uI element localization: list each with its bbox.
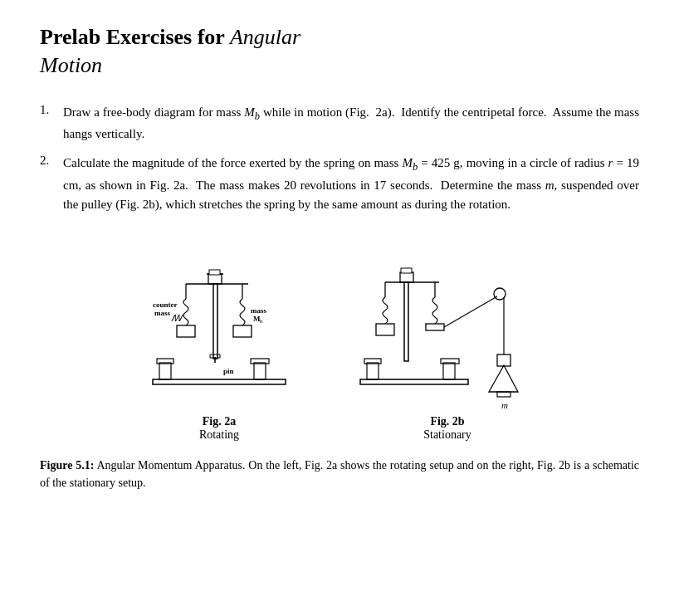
svg-marker-39: [489, 365, 518, 392]
exercises: 1. Draw a free-body diagram for mass Mb …: [40, 103, 639, 215]
svg-rect-23: [360, 379, 468, 384]
title-plain: Prelab Exercises for: [40, 25, 230, 49]
fig-2a-svg: ꟿ counter mass mass M b pin: [136, 234, 302, 408]
figure-caption: Figure 5.1: Angular Momentum Apparatus. …: [40, 457, 639, 491]
svg-rect-25: [443, 363, 455, 379]
title-line1: Prelab Exercises for Angular: [40, 23, 639, 51]
svg-rect-24: [367, 363, 379, 379]
fig-2b-label: Fig. 2b: [430, 415, 464, 428]
fig-2b-sublabel: Stationary: [423, 428, 471, 442]
svg-rect-30: [400, 272, 413, 282]
svg-text:mass: mass: [251, 306, 266, 315]
svg-rect-31: [401, 268, 412, 273]
svg-text:counter: counter: [153, 301, 178, 309]
svg-rect-28: [404, 282, 408, 361]
svg-rect-35: [426, 324, 444, 330]
figure-area: ꟿ counter mass mass M b pin Fig. 2a Rota…: [40, 234, 639, 442]
svg-rect-2: [254, 363, 266, 379]
exercise-2-num: 2.: [40, 154, 63, 214]
exercise-1-text: Draw a free-body diagram for mass Mb whi…: [63, 103, 639, 144]
fig-2b-block: m Fig. 2b Stationary: [352, 234, 543, 442]
svg-rect-5: [213, 284, 217, 359]
svg-text:ꟿ: ꟿ: [171, 313, 183, 323]
svg-rect-33: [376, 324, 394, 335]
svg-rect-14: [233, 325, 252, 337]
fig-2b-svg: m: [352, 234, 543, 408]
exercise-2-text: Calculate the magnitude of the force exe…: [63, 154, 639, 214]
title-line2: Motion: [40, 51, 639, 80]
exercise-1: 1. Draw a free-body diagram for mass Mb …: [40, 103, 639, 144]
fig-2a-block: ꟿ counter mass mass M b pin Fig. 2a Rota…: [136, 234, 302, 442]
svg-rect-0: [153, 379, 286, 384]
svg-rect-7: [208, 274, 222, 284]
svg-rect-9: [209, 270, 220, 275]
fig-2a-sublabel: Rotating: [199, 428, 239, 442]
svg-rect-1: [159, 363, 171, 379]
svg-rect-12: [177, 325, 195, 337]
svg-text:b: b: [260, 318, 263, 325]
exercise-1-num: 1.: [40, 103, 63, 144]
svg-text:m: m: [501, 400, 508, 408]
fig-2a-label: Fig. 2a: [203, 415, 236, 428]
svg-line-36: [444, 296, 497, 327]
svg-text:mass: mass: [154, 309, 170, 317]
svg-text:pin: pin: [223, 367, 234, 375]
title-italic: Angular: [230, 25, 300, 49]
title-block: Prelab Exercises for Angular Motion: [40, 23, 639, 80]
exercise-2: 2. Calculate the magnitude of the force …: [40, 154, 639, 214]
svg-rect-40: [497, 392, 510, 397]
